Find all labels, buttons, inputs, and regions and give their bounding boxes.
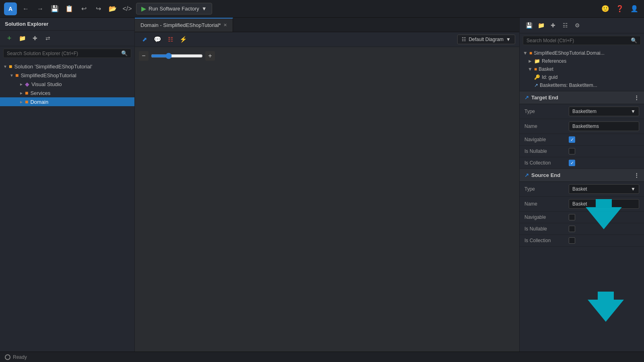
source-type-dropdown[interactable]: Basket ▼ [569, 184, 639, 194]
lightning-button[interactable]: ⚡ [178, 34, 189, 45]
tree-item-domain[interactable]: ► ■ Domain [0, 97, 134, 106]
help-button[interactable]: ❓ [614, 3, 625, 14]
user-button[interactable]: 👤 [629, 3, 640, 14]
model-basket-id-label: Id: guid [542, 74, 557, 80]
model-tree-references[interactable]: ► 📁 References [520, 57, 644, 65]
target-type-text: BasketItem [572, 109, 597, 114]
tab-label: Domain - SimplifiedEShopTutorial* [140, 22, 221, 28]
target-collection-value: ✓ [569, 160, 639, 166]
target-nullable-row: Is Nullable [520, 146, 644, 157]
canvas-area: Domain - SimplifiedEShopTutorial* ✕ ⬈ 💬 … [135, 18, 519, 362]
toolbar-right: 🙂 ❓ 👤 [600, 3, 640, 14]
search-input[interactable] [7, 51, 121, 56]
target-type-value: BasketItem ▼ [569, 107, 639, 116]
collapse-all-button[interactable]: ⇄ [43, 33, 53, 43]
play-icon: ▶ [141, 5, 146, 12]
model-references-label: References [542, 58, 566, 64]
redo-button[interactable]: ↪ [93, 3, 104, 14]
emoji-button[interactable]: 🙂 [600, 3, 611, 14]
target-type-row: Type BasketItem ▼ [520, 104, 644, 119]
diagram-selector[interactable]: ☷ Default Diagram ▼ [457, 35, 515, 44]
forward-button[interactable]: → [35, 3, 46, 14]
tree-item-visualstudio[interactable]: ► ◆ Visual Studio [0, 80, 134, 88]
right-settings-button[interactable]: ⚙ [572, 20, 582, 31]
tree-item-solution[interactable]: ▼ ■ Solution 'SimplifiedEShopTutorial' [0, 62, 134, 71]
model-tree-basketitems[interactable]: ↗ BasketItems: BasketItem... [520, 81, 644, 89]
expand-all-button[interactable]: ✚ [30, 33, 40, 43]
target-type-dropdown[interactable]: BasketItem ▼ [569, 107, 639, 116]
tree-item-project[interactable]: ▼ ■ SimplifiedEShopTutorial [0, 71, 134, 80]
pointer-tool-button[interactable]: ⬈ [139, 34, 150, 45]
target-name-label: Name [524, 123, 569, 129]
right-save-button[interactable]: 💾 [524, 20, 534, 31]
chevron-down-icon: ▼ [3, 64, 7, 69]
target-collection-row: Is Collection ✓ [520, 157, 644, 169]
open-button[interactable]: 📂 [107, 3, 118, 14]
target-name-input[interactable] [569, 121, 639, 131]
zoom-slider[interactable] [151, 53, 203, 59]
source-end-menu-icon[interactable]: ⋮ [634, 172, 639, 178]
source-navigable-row: Navigable [520, 212, 644, 223]
target-end-menu-icon[interactable]: ⋮ [634, 95, 639, 101]
back-button[interactable]: ← [20, 3, 31, 14]
solution-icon: ■ [9, 63, 12, 70]
code-view-button[interactable]: </> [122, 3, 133, 14]
source-navigable-label: Navigable [524, 214, 569, 220]
undo-button[interactable]: ↩ [78, 3, 89, 14]
source-nullable-row: Is Nullable [520, 223, 644, 235]
source-collection-value [569, 237, 639, 244]
services-icon: ■ [25, 90, 28, 96]
target-collection-checkbox[interactable]: ✓ [569, 160, 575, 166]
status-indicator [5, 354, 10, 360]
layout-button[interactable]: ☷ [165, 34, 176, 45]
target-nullable-value [569, 148, 639, 154]
app-logo[interactable]: A [4, 2, 17, 15]
run-software-factory-button[interactable]: ▶ Run Software Factory ▼ [136, 3, 212, 14]
target-end-title: Target End [531, 95, 558, 101]
solution-explorer-header: Solution Explorer [0, 18, 134, 31]
model-tree-root[interactable]: ▼ ■ SimplifiedEShopTutorial.Domai... [520, 49, 644, 57]
model-tree: ▼ ■ SimplifiedEShopTutorial.Domai... ► 📁… [520, 47, 644, 91]
model-search[interactable]: 🔍 [523, 36, 641, 45]
source-collection-checkbox[interactable] [569, 237, 575, 244]
diagram-selector-label: Default Diagram [469, 37, 504, 42]
status-bar: Ready [0, 352, 644, 362]
save-all-button[interactable]: 📋 [64, 3, 75, 14]
zoom-out-button[interactable]: − [139, 51, 149, 61]
target-nullable-checkbox[interactable] [569, 148, 575, 154]
source-navigable-value [569, 214, 639, 220]
close-icon[interactable]: ✕ [223, 23, 227, 28]
chevron-down-icon: ▼ [10, 73, 14, 78]
folder-button[interactable]: 📁 [17, 33, 27, 43]
save-button[interactable]: 💾 [49, 3, 60, 14]
target-navigable-checkbox[interactable]: ✓ [569, 136, 575, 143]
model-tree-basket-id[interactable]: 🔑 Id: guid [520, 73, 644, 81]
comment-button[interactable]: 💬 [152, 34, 163, 45]
tree-label-domain: Domain [30, 99, 48, 105]
chevron-right-icon: ► [19, 91, 23, 95]
chevron-down-icon: ▼ [506, 37, 511, 42]
source-collection-row: Is Collection [520, 235, 644, 247]
right-open-button[interactable]: 📁 [536, 20, 546, 31]
solution-explorer-search[interactable]: 🔍 [3, 49, 131, 58]
tree-label-project: SimplifiedEShopTutorial [21, 72, 76, 78]
target-end-header: ↗ Target End ⋮ [520, 91, 644, 104]
target-navigable-label: Navigable [524, 137, 569, 142]
source-type-label: Type [524, 186, 569, 192]
right-expand-button[interactable]: ✚ [548, 20, 558, 31]
zoom-in-button[interactable]: + [205, 51, 215, 61]
model-search-input[interactable] [526, 38, 631, 43]
target-name-row: Name [520, 119, 644, 134]
right-layout-button[interactable]: ☷ [560, 20, 570, 31]
solution-explorer-panel: Solution Explorer + 📁 ✚ ⇄ 🔍 ▼ ■ Solution… [0, 18, 135, 362]
status-text: Ready [13, 354, 27, 360]
main-layout: Solution Explorer + 📁 ✚ ⇄ 🔍 ▼ ■ Solution… [0, 18, 644, 362]
tree-item-services[interactable]: ► ■ Services [0, 88, 134, 97]
model-tree-basket[interactable]: ▼ ■ Basket [520, 65, 644, 73]
domain-tab[interactable]: Domain - SimplifiedEShopTutorial* ✕ [135, 18, 233, 32]
add-item-button[interactable]: + [4, 33, 14, 43]
source-nullable-checkbox[interactable] [569, 226, 575, 232]
source-navigable-checkbox[interactable] [569, 214, 575, 220]
source-name-input[interactable] [569, 199, 639, 209]
source-type-row: Type Basket ▼ [520, 182, 644, 197]
